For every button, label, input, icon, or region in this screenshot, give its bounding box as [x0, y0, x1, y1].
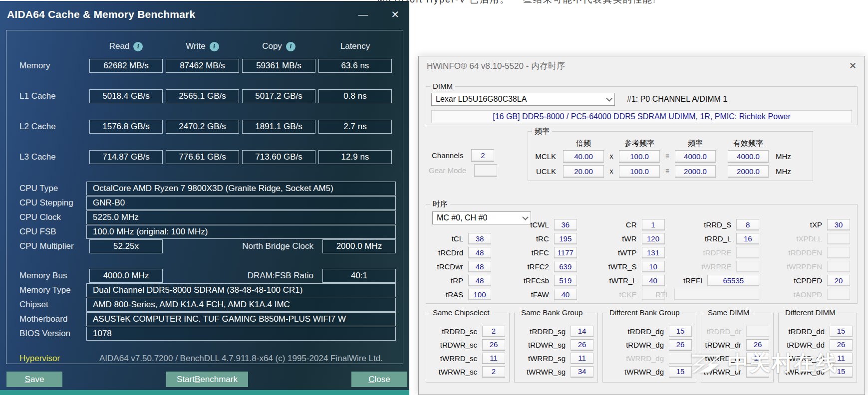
multiplier-header: 倍频: [561, 139, 606, 148]
cpu-type-label: CPU Type: [13, 182, 86, 196]
frequency-header: 频率: [673, 139, 718, 148]
bios-version-value: 1078: [86, 327, 396, 341]
write-value: 2565.1 GB/s: [166, 89, 239, 103]
mhz-unit-label: MHz: [771, 167, 794, 176]
frequency-value: 4000.0: [675, 150, 716, 162]
timing-cell: tRDWR_dg 26: [607, 338, 692, 351]
cpu-fsb-label: CPU FSB: [13, 225, 86, 239]
info-icon[interactable]: i: [133, 42, 143, 51]
timing-cell: tCL 38: [432, 231, 491, 245]
save-button[interactable]: Save: [6, 372, 62, 387]
timing-column-3: CR 1 tWR 120 tWTP 131 tWTR_S 10 tWTR_L 4…: [607, 217, 665, 301]
reference-clock-header: 参考频率: [617, 139, 662, 148]
benchmark-row: L3 Cache 714.87 GB/s 776.61 GB/s 713.60 …: [13, 150, 396, 164]
timing-cell: tWRRD_sg 11: [519, 351, 593, 365]
memory-bus-value: 4000.0 MHz: [89, 269, 163, 283]
chevron-down-icon: [606, 95, 612, 102]
timing-cell: tRDRD_sc 2: [430, 324, 505, 338]
frequency-row: MCLK 40.00 x 100.0 = 4000.0 4000.0 MHz: [534, 149, 807, 164]
channels-label: Channels: [432, 151, 463, 160]
timing-cell: tRRD_L 16: [694, 231, 759, 245]
timing-cell: tWRPDEN: [789, 259, 850, 273]
frequency-row: UCLK 20.00 x 100.0 = 2000.0 2000.0 MHz: [534, 164, 807, 179]
clock-name: UCLK: [534, 167, 561, 176]
cpu-stepping-value: GNR-B0: [86, 196, 396, 210]
effective-frequency-value: 4000.0: [728, 150, 769, 162]
write-value: 2470.2 GB/s: [166, 120, 239, 134]
effective-frequency-header: 有效频率: [726, 139, 771, 148]
info-icon[interactable]: i: [286, 42, 295, 51]
motherboard-value: ASUSTeK COMPUTER INC. TUF GAMING B850M-P…: [86, 312, 396, 326]
aida64-window-title: AIDA64 Cache & Memory Benchmark: [7, 8, 195, 20]
dram-fsb-ratio-value: 40:1: [322, 269, 396, 283]
timing-column-1: tCL 38 tRCDrd 48 tRCDwr 48 tRP 48 tRAS 1…: [432, 217, 491, 301]
dimm-slot-label: #1: P0 CHANNEL A/DIMM 1: [627, 95, 727, 104]
gear-mode-label: Gear Mode: [429, 166, 466, 175]
reference-clock-value: 100.0: [619, 165, 660, 177]
close-button[interactable]: Close: [351, 372, 407, 387]
hypervisor-label: Hypervisor: [13, 353, 86, 365]
memory-type-label: Memory Type: [13, 283, 86, 297]
timing-cell: tRDPRE: [694, 245, 759, 259]
copy-value: 1891.1 GB/s: [242, 120, 315, 134]
timing-cell: tWTR_S 10: [607, 259, 665, 273]
minimize-button[interactable]: —: [358, 9, 368, 19]
aida64-results-panel: Readi Writei Copyi Latency Memory 62682 …: [6, 30, 403, 364]
timing-cell: tRFCsb 519: [521, 273, 577, 287]
timing-cell: tRCDrd 48: [432, 245, 491, 259]
latency-value: 12.9 ns: [318, 150, 392, 164]
timing-cell: tWRWR_sc 2: [430, 365, 505, 378]
close-icon[interactable]: ✕: [849, 60, 857, 71]
timing-cell: tWRRD_dg: [607, 351, 692, 365]
read-value: 714.87 GB/s: [89, 150, 163, 164]
reference-clock-value: 100.0: [619, 150, 660, 162]
copy-value: 713.60 GB/s: [242, 150, 315, 164]
timing-cell: tRDWR_sg 26: [519, 338, 593, 351]
timing-cell: tRDRD_dg 15: [607, 324, 692, 338]
hwinfo-window: HWiNFO® 64 v8.10-5520 - 内存时序 ✕ DIMM Lexa…: [418, 56, 865, 395]
cpu-multiplier-value: 52.25x: [89, 239, 163, 253]
cpu-stepping-label: CPU Stepping: [13, 196, 86, 210]
latency-column-header: Latency: [340, 41, 370, 51]
cpu-fsb-value: 100.0 MHz (original: 100 MHz): [86, 225, 396, 239]
motherboard-label: Motherboard: [13, 312, 86, 326]
timing-cell: tWR 120: [607, 231, 665, 245]
latency-value: 2.7 ns: [318, 120, 392, 134]
dimm-group: DIMM Lexar LD5U16G80C38LA #1: P0 CHANNEL…: [426, 86, 858, 125]
timing-cell: tREFI 65535: [694, 273, 759, 287]
timing-cell: tRP 48: [432, 273, 491, 287]
window-bottom-strip: [0, 390, 409, 395]
timing-column-2: tCWL 36 tRC 195 tRFC 1177 tRFC2 639 tRFC…: [521, 217, 577, 301]
different-bank-group-group: Different Bank Group tRDRD_dg 15 tRDWR_d…: [602, 313, 696, 383]
clock-name: MCLK: [534, 152, 561, 161]
zol-watermark: 中关村在线: [691, 349, 838, 377]
timing-cell: tAONPD: [789, 287, 850, 301]
frequency-rows: MCLK 40.00 x 100.0 = 4000.0 4000.0 MHz U…: [534, 149, 807, 179]
timing-cell: tWRPRE: [694, 259, 759, 273]
copy-column-header: Copy: [262, 41, 282, 51]
north-bridge-clock-label: North Bridge Clock: [166, 239, 319, 253]
aida64-version-footer: AIDA64 v7.50.7200 / BenchDLL 4.7.911.8-x…: [86, 353, 396, 365]
frequency-group: 频率 倍频 参考频率 频率 有效频率 MCLK 40.00 x 100.0 =: [528, 131, 813, 181]
benchmark-rows: Memory 62682 MB/s 87462 MB/s 59361 MB/s …: [13, 59, 396, 164]
timing-column-4: tRRD_S 8 tRRD_L 16 tRDPRE tWRPRE tREFI 6…: [694, 217, 759, 301]
timing-cell: tWTR_L 40: [607, 273, 665, 287]
row-label: L3 Cache: [13, 150, 86, 164]
memory-bus-label: Memory Bus: [13, 269, 86, 283]
same-bank-group-group: Same Bank Group tRDRD_sg 14 tRDWR_sg 26 …: [514, 313, 598, 383]
timing-cell: CR 1: [607, 217, 665, 231]
aida64-window: AIDA64 Cache & Memory Benchmark — ✕ Read…: [0, 1, 409, 390]
dimm-select[interactable]: Lexar LD5U16G80C38LA: [431, 93, 615, 106]
bios-version-label: BIOS Version: [13, 327, 86, 341]
cpu-type-value: OctalCore AMD Ryzen 7 9800X3D (Granite R…: [86, 182, 396, 196]
timing-cell: tWRWR_sg 34: [519, 365, 593, 378]
frequency-value: 2000.0: [675, 165, 716, 177]
close-icon[interactable]: ✕: [391, 9, 399, 19]
start-benchmark-button[interactable]: Start Benchmark: [166, 372, 248, 387]
info-icon[interactable]: i: [210, 42, 219, 51]
timing-cell: tWRRD_sc 11: [430, 351, 505, 365]
chipset-label: Chipset: [13, 298, 86, 312]
channels-value: 2: [471, 149, 494, 161]
timing-cell: tRDRD_sg 14: [519, 324, 593, 338]
aida64-titlebar: AIDA64 Cache & Memory Benchmark — ✕: [0, 1, 409, 28]
